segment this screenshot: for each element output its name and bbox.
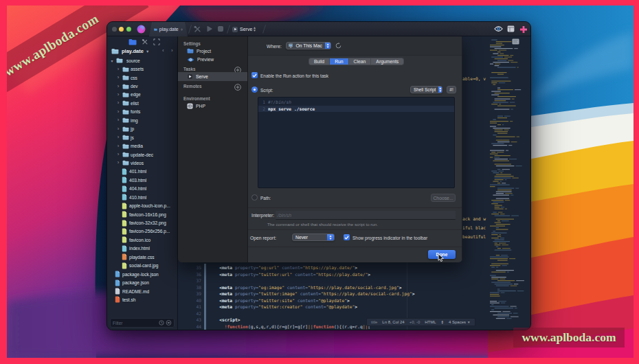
tree-item-dev[interactable]: › dev (107, 82, 177, 90)
tree-item-jp[interactable]: › jp (107, 125, 177, 133)
task-selector-chevrons[interactable]: ▲▼ (253, 26, 256, 32)
tab-settings-icon[interactable] (181, 27, 183, 32)
tab-play-date[interactable]: play.date (149, 22, 188, 36)
tree-item-js[interactable]: › js (107, 133, 177, 141)
chevron-right-icon[interactable]: › (116, 134, 120, 140)
chevron-right-icon[interactable]: › (116, 151, 120, 157)
tree-item-update-dec[interactable]: › update-dec (107, 150, 177, 159)
new-file-plus-icon[interactable] (519, 25, 528, 34)
traffic-light-zoom[interactable] (126, 27, 131, 32)
open-report-dropdown[interactable]: Never ▲▼ (292, 234, 335, 241)
tree-item-elist[interactable]: › elist (107, 99, 177, 107)
tree-item-favicon-16x16-png[interactable]: favicon-16x16.png (107, 210, 177, 218)
tree-item-favicon-ico[interactable]: favicon.ico (107, 236, 177, 244)
tree-item-social-card-jpg[interactable]: social-card.jpg (107, 262, 177, 270)
sidebar-files-tab-icon[interactable] (128, 38, 137, 45)
minimap[interactable] (489, 36, 530, 321)
tree-item-401-html[interactable]: 401.html (107, 168, 177, 176)
nav-back-icon[interactable]: ‹ (162, 47, 164, 54)
progress-checkbox[interactable] (344, 234, 350, 240)
tree-item-favicon-32x32-png[interactable]: favicon-32x32.png (107, 218, 177, 227)
nav-forward-icon[interactable]: › (171, 47, 173, 54)
publish-panel-icon[interactable] (507, 25, 515, 32)
tree-item-index-html[interactable]: index.html (107, 244, 177, 253)
tree-item-edge[interactable]: › edge (107, 91, 177, 99)
chevron-right-icon[interactable]: › (116, 74, 120, 80)
status-language[interactable]: HTML (425, 320, 436, 324)
enable-run-checkbox[interactable] (251, 72, 258, 78)
sidebar-clips-tab-icon[interactable] (153, 38, 160, 45)
tab-run[interactable]: Run (330, 58, 348, 65)
chevron-right-icon[interactable]: › (116, 117, 120, 123)
filter-field[interactable]: Filter (110, 318, 175, 328)
chevron-right-icon[interactable]: › (116, 83, 120, 89)
script-editor[interactable]: 1#!/bin/sh2npx serve ./source (258, 97, 455, 188)
preview-eye-icon[interactable] (494, 25, 503, 32)
task-selector[interactable]: Serve (240, 27, 252, 32)
sheet-item-project[interactable]: Project (178, 47, 247, 56)
code-line-40[interactable]: 40 <meta property="twitter:site" content… (178, 297, 494, 304)
tab-build[interactable]: Build (309, 58, 330, 65)
code-line-41[interactable]: 41 <meta property="twitter:creator" cont… (178, 304, 494, 310)
sheet-item-php[interactable]: PHP (178, 102, 247, 111)
script-line-1[interactable]: 1#!/bin/sh (258, 99, 454, 106)
tree-item-410-html[interactable]: 410.html (107, 193, 177, 201)
tree-item-package-json[interactable]: package.json (107, 278, 177, 286)
build-tools-icon[interactable] (194, 25, 201, 33)
code-line-35[interactable]: 35 <meta property="og:url" content="http… (178, 264, 494, 271)
tree-item-fonts[interactable]: › fonts (107, 108, 177, 116)
chevron-down-icon[interactable]: ▾ (110, 58, 114, 63)
code-line-42[interactable]: 42 (178, 310, 494, 317)
chevron-right-icon[interactable]: › (116, 66, 120, 72)
chevron-right-icon[interactable]: › (116, 126, 120, 132)
visibility-icon[interactable] (166, 320, 172, 326)
tree-item-404-html[interactable]: 404.html (107, 185, 177, 193)
tree-item-package-lock-json[interactable]: package-lock.json (107, 270, 177, 278)
tab-clean[interactable]: Clean (349, 58, 372, 65)
code-line-45[interactable]: 45 arguments)}d=s.createElement(q);g=s.g… (178, 330, 494, 330)
project-root-row[interactable]: play.date ▼ (107, 47, 177, 56)
code-line-38[interactable]: 38 <meta property="og:image" content="ht… (178, 284, 494, 291)
tree-item-videos[interactable]: › videos (107, 159, 177, 167)
stop-icon[interactable] (217, 25, 224, 32)
path-radio[interactable] (251, 194, 258, 201)
code-line-37[interactable]: 37 (178, 277, 494, 284)
traffic-light-minimize[interactable] (119, 27, 124, 32)
tree-item-img[interactable]: › img (107, 116, 177, 124)
refresh-icon[interactable] (335, 43, 341, 49)
tree-item-apple-touch-icon-p-[interactable]: apple-touch-icon.p... (107, 201, 177, 209)
chevron-right-icon[interactable]: › (116, 91, 120, 98)
chevron-right-icon[interactable]: › (116, 159, 120, 166)
language-stepper-icon[interactable]: ▲▼ (441, 320, 444, 325)
tree-item-media[interactable]: › media (107, 141, 177, 150)
shebang-button[interactable]: #! (447, 86, 456, 93)
status-indent[interactable]: 4 Spaces ▼ (449, 320, 471, 324)
tab-arguments[interactable]: Arguments (371, 58, 403, 65)
code-line-36[interactable]: 36 <meta property="twitter:url" content=… (178, 271, 494, 278)
tree-item-test-sh[interactable]: test.sh (107, 295, 177, 304)
tree-item-assets[interactable]: › assets (107, 65, 177, 73)
sheet-item-serve[interactable]: Serve (178, 72, 247, 81)
add-button[interactable] (234, 84, 241, 91)
chevron-right-icon[interactable]: › (116, 100, 120, 106)
chevron-right-icon[interactable]: › (116, 109, 120, 115)
traffic-light-close[interactable] (112, 27, 117, 32)
script-type-dropdown[interactable]: Shell Script ▲▼ (410, 86, 442, 93)
run-icon[interactable] (205, 25, 213, 33)
sidebar-tools-tab-icon[interactable] (142, 38, 148, 45)
tree-item-playdate-css[interactable]: playdate.css (107, 253, 177, 261)
script-radio[interactable] (251, 87, 258, 93)
tree-item-readme-md[interactable]: README.md (107, 287, 177, 295)
sheet-item-preview[interactable]: Preview (178, 56, 247, 65)
script-line-2[interactable]: 2npx serve ./source (258, 106, 454, 113)
where-dropdown[interactable]: On This Mac ▲▼ (286, 42, 331, 49)
tree-item-favicon-256x256-p-[interactable]: favicon-256x256.p... (107, 227, 177, 236)
tree-item-403-html[interactable]: 403.html (107, 176, 177, 184)
tree-item-css[interactable]: › css (107, 73, 177, 82)
interpreter-field[interactable]: /bin/sh (276, 211, 456, 220)
choose-button[interactable]: Choose... (431, 194, 456, 202)
recent-clock-icon[interactable] (159, 320, 164, 326)
code-line-39[interactable]: 39 <meta property="twitter:image" conten… (178, 291, 494, 297)
tree-item-source[interactable]: ▾ source (107, 56, 177, 65)
chevron-right-icon[interactable]: › (116, 143, 120, 149)
